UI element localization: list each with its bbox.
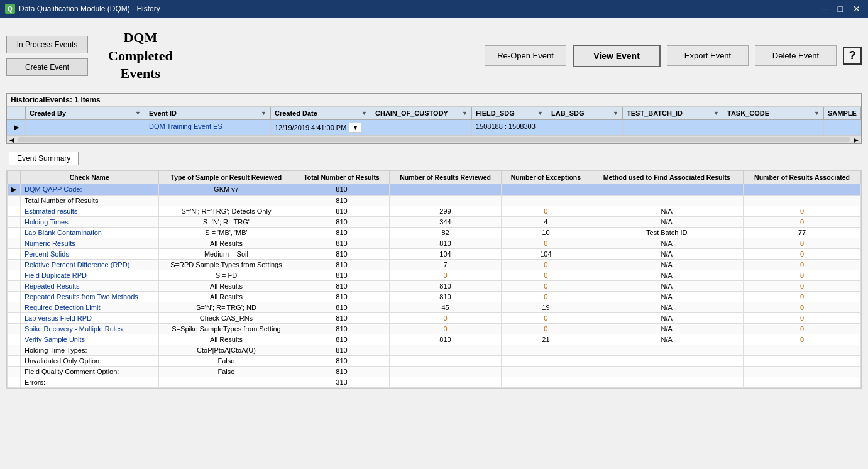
cell-associated xyxy=(744,195,861,206)
table-row[interactable]: Total Number of Results810 xyxy=(8,195,861,206)
scroll-right-arrow[interactable]: ▶ xyxy=(851,136,861,143)
cell-method: N/A xyxy=(590,238,744,248)
filter-icon-field-sdg[interactable]: ▼ xyxy=(537,110,543,116)
table-row[interactable]: Estimated resultsS='N'; R='TRG'; Detects… xyxy=(8,206,861,216)
cell-field-sdg: 1508188 : 1508303 xyxy=(472,120,547,135)
table-row[interactable]: Spike Recovery - Multiple RulesS=Spike S… xyxy=(8,323,861,334)
row-selector-cell xyxy=(8,248,21,259)
col-header-event-id[interactable]: Event ID ▼ xyxy=(145,107,271,119)
close-button[interactable]: ✕ xyxy=(850,4,863,14)
table-row[interactable]: Numeric ResultsAll Results8108100N/A0 xyxy=(8,238,861,248)
cell-reviewed: 82 xyxy=(389,227,502,238)
table-row[interactable]: Relative Percent Difference (RPD)S=RPD S… xyxy=(8,259,861,270)
app-icon: Q xyxy=(5,4,15,14)
table-row[interactable]: Lab versus Field RPDCheck CAS_RNs81000N/… xyxy=(8,312,861,323)
cell-exceptions: 0 xyxy=(502,259,590,270)
cell-type xyxy=(158,377,294,387)
row-selector-cell xyxy=(8,355,21,366)
cell-reviewed xyxy=(389,184,502,195)
table-row[interactable]: Percent SolidsMedium = Soil810104104N/A0 xyxy=(8,248,861,259)
cell-check-name: Percent Solids xyxy=(21,248,159,259)
filter-icon-test-batch-id[interactable]: ▼ xyxy=(713,110,719,116)
cell-exceptions: 0 xyxy=(502,291,590,302)
row-selector-cell xyxy=(8,227,21,238)
cell-exceptions: 0 xyxy=(502,206,590,216)
filter-icon-lab-sdg[interactable]: ▼ xyxy=(613,110,618,116)
col-header-sample[interactable]: SAMPLE xyxy=(824,107,861,119)
table-row[interactable]: Errors:313 xyxy=(8,377,861,387)
col-header-created-by[interactable]: Created By ▼ xyxy=(26,107,145,119)
cell-method: N/A xyxy=(590,291,744,302)
cell-method: N/A xyxy=(590,312,744,323)
table-row[interactable]: Field Quality Comment Option:False810 xyxy=(8,366,861,377)
cell-associated: 0 xyxy=(744,248,861,259)
cell-type: All Results xyxy=(158,238,294,248)
table-row[interactable]: Repeated ResultsAll Results8108100N/A0 xyxy=(8,280,861,291)
table-row[interactable]: ▶ DQM Training Event ES 12/19/2019 4:41:… xyxy=(7,120,861,136)
cell-associated: 77 xyxy=(744,227,861,238)
col-header-task-code[interactable]: TASK_CODE ▼ xyxy=(723,107,824,119)
cell-associated xyxy=(744,355,861,366)
filter-icon-created-date[interactable]: ▼ xyxy=(361,110,367,116)
minimize-button[interactable]: ─ xyxy=(819,4,830,14)
table-row[interactable]: Field Duplicate RPDS = FD81000N/A0 xyxy=(8,270,861,280)
table-row[interactable]: Holding TimesS='N'; R='TRG'8103444N/A0 xyxy=(8,216,861,227)
th-associated: Number of Results Associated xyxy=(744,170,861,184)
cell-type: S = FD xyxy=(158,270,294,280)
cell-exceptions xyxy=(502,184,590,195)
filter-icon-created-by[interactable]: ▼ xyxy=(135,110,141,116)
maximize-button[interactable]: □ xyxy=(835,4,845,14)
summary-section: Check Name Type of Sample or Result Revi… xyxy=(6,170,862,389)
col-header-test-batch-id[interactable]: TEST_BATCH_ID ▼ xyxy=(623,107,723,119)
cell-type: S=Spike SampleTypes from Setting xyxy=(158,323,294,334)
export-event-button[interactable]: Export Event xyxy=(667,45,749,66)
cell-reviewed: 810 xyxy=(389,291,502,302)
main-content: In Process Events Create Event DQM Compl… xyxy=(0,18,868,395)
cell-type: All Results xyxy=(158,291,294,302)
filter-icon-chain-of-custody[interactable]: ▼ xyxy=(462,110,468,116)
cell-method: N/A xyxy=(590,259,744,270)
table-row[interactable]: Verify Sample UnitsAll Results81081021N/… xyxy=(8,334,861,345)
col-header-selector xyxy=(7,107,26,119)
cell-associated: 0 xyxy=(744,270,861,280)
col-header-created-date[interactable]: Created Date ▼ xyxy=(271,107,371,119)
in-process-events-button[interactable]: In Process Events xyxy=(6,36,88,53)
table-row[interactable]: Unvalidated Only Option:False810 xyxy=(8,355,861,366)
scrollbar-track[interactable] xyxy=(18,137,850,142)
cell-check-name: Field Duplicate RPD xyxy=(21,270,159,280)
row-selector-cell xyxy=(8,302,21,312)
date-dropdown-icon[interactable]: ▼ xyxy=(349,123,361,133)
filter-icon-task-code[interactable]: ▼ xyxy=(814,110,820,116)
table-row[interactable]: Holding Time Types:CtoP|PtoA|CtoA(U)810 xyxy=(8,345,861,355)
col-header-chain-of-custody[interactable]: CHAIN_OF_CUSTODY ▼ xyxy=(371,107,472,119)
th-total: Total Number of Results xyxy=(294,170,389,184)
table-row[interactable]: Repeated Results from Two MethodsAll Res… xyxy=(8,291,861,302)
cell-method: N/A xyxy=(590,334,744,345)
horizontal-scrollbar[interactable]: ◀ ▶ xyxy=(7,136,861,143)
cell-method xyxy=(590,345,744,355)
col-header-lab-sdg[interactable]: LAB_SDG ▼ xyxy=(547,107,623,119)
delete-event-button[interactable]: Delete Event xyxy=(755,45,837,66)
table-row[interactable]: Lab Blank ContaminationS = 'MB', 'MB'810… xyxy=(8,227,861,238)
cell-exceptions: 0 xyxy=(502,238,590,248)
help-button[interactable]: ? xyxy=(843,47,862,65)
tab-event-summary[interactable]: Event Summary xyxy=(9,152,79,165)
th-check-name: Check Name xyxy=(21,170,159,184)
row-selector[interactable]: ▶ xyxy=(7,120,26,135)
reopen-event-button[interactable]: Re-Open Event xyxy=(485,45,566,66)
cell-associated: 0 xyxy=(744,323,861,334)
table-row[interactable]: ▶DQM QAPP Code:GKM v7810 xyxy=(8,184,861,195)
cell-check-name: Spike Recovery - Multiple Rules xyxy=(21,323,159,334)
cell-created-by xyxy=(26,120,145,135)
cell-associated: 0 xyxy=(744,334,861,345)
view-event-button[interactable]: View Event xyxy=(573,45,661,67)
left-buttons: In Process Events Create Event xyxy=(6,36,88,76)
scroll-left-arrow[interactable]: ◀ xyxy=(7,136,17,143)
cell-associated: 0 xyxy=(744,280,861,291)
cell-exceptions xyxy=(502,355,590,366)
table-row[interactable]: Required Detection LimitS='N'; R='TRG'; … xyxy=(8,302,861,312)
row-selector-cell: ▶ xyxy=(8,184,21,195)
create-event-button[interactable]: Create Event xyxy=(6,58,88,76)
col-header-field-sdg[interactable]: FIELD_SDG ▼ xyxy=(472,107,547,119)
filter-icon-event-id[interactable]: ▼ xyxy=(261,110,266,116)
